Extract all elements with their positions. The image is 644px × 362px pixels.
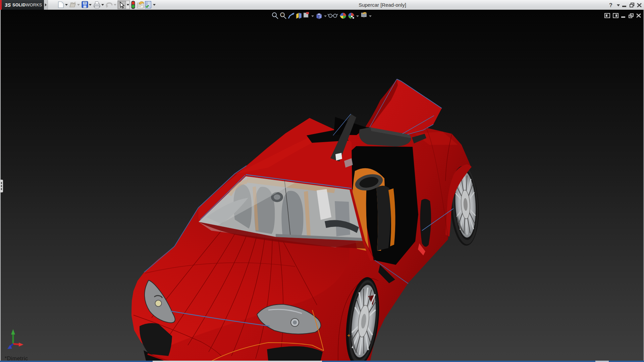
- svg-text:?: ?: [609, 2, 612, 8]
